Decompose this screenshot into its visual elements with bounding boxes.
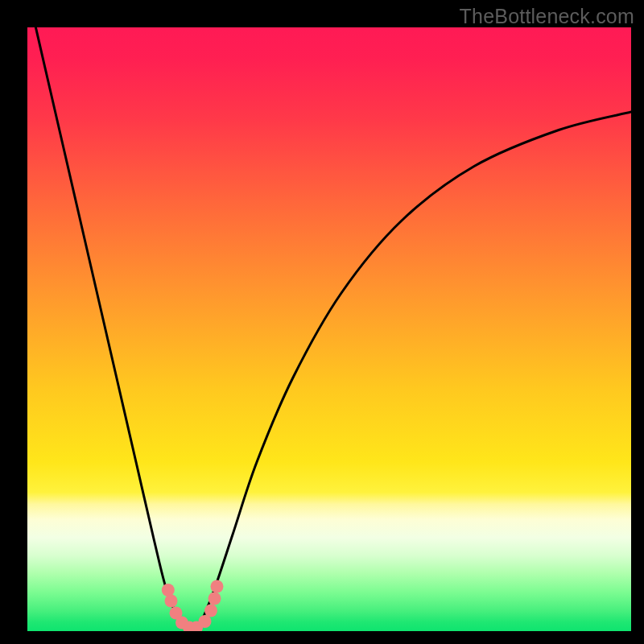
bottleneck-curve [27, 27, 631, 631]
curve-marker [165, 595, 178, 608]
curve-marker [211, 580, 224, 593]
curve-marker [208, 592, 221, 605]
watermark-text: TheBottleneck.com [460, 5, 634, 28]
plot-area [27, 27, 631, 631]
curve-marker [199, 615, 212, 628]
curve-marker [162, 584, 175, 597]
chart-frame: TheBottleneck.com [0, 0, 644, 644]
curve-marker [204, 605, 217, 617]
